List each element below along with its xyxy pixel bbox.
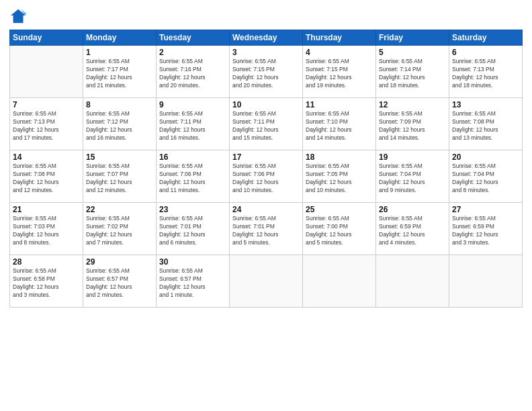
day-info: Sunrise: 6:55 AM Sunset: 7:16 PM Dayligh… bbox=[159, 58, 226, 90]
day-cell: 30Sunrise: 6:55 AM Sunset: 6:57 PM Dayli… bbox=[157, 255, 230, 308]
day-info: Sunrise: 6:55 AM Sunset: 7:13 PM Dayligh… bbox=[13, 110, 80, 142]
day-number: 25 bbox=[306, 205, 373, 214]
day-number: 3 bbox=[232, 48, 300, 57]
day-number: 19 bbox=[379, 152, 446, 162]
day-cell: 12Sunrise: 6:55 AM Sunset: 7:09 PM Dayli… bbox=[376, 98, 449, 150]
day-number: 26 bbox=[379, 205, 446, 214]
day-cell: 15Sunrise: 6:55 AM Sunset: 7:07 PM Dayli… bbox=[83, 150, 157, 203]
day-number: 13 bbox=[452, 100, 519, 109]
day-info: Sunrise: 6:55 AM Sunset: 7:04 PM Dayligh… bbox=[379, 163, 446, 195]
day-info: Sunrise: 6:55 AM Sunset: 7:04 PM Dayligh… bbox=[452, 163, 519, 195]
day-cell: 2Sunrise: 6:55 AM Sunset: 7:16 PM Daylig… bbox=[157, 46, 230, 98]
day-info: Sunrise: 6:55 AM Sunset: 6:57 PM Dayligh… bbox=[86, 267, 153, 300]
svg-marker-0 bbox=[11, 9, 26, 24]
day-cell: 6Sunrise: 6:55 AM Sunset: 7:13 PM Daylig… bbox=[449, 46, 523, 98]
day-cell: 8Sunrise: 6:55 AM Sunset: 7:12 PM Daylig… bbox=[83, 98, 157, 150]
day-info: Sunrise: 6:55 AM Sunset: 7:02 PM Dayligh… bbox=[86, 215, 153, 247]
weekday-saturday: Saturday bbox=[449, 30, 523, 46]
day-cell: 14Sunrise: 6:55 AM Sunset: 7:08 PM Dayli… bbox=[10, 150, 83, 203]
day-cell: 11Sunrise: 6:55 AM Sunset: 7:10 PM Dayli… bbox=[303, 98, 376, 150]
day-info: Sunrise: 6:55 AM Sunset: 7:05 PM Dayligh… bbox=[306, 163, 373, 195]
week-row-3: 14Sunrise: 6:55 AM Sunset: 7:08 PM Dayli… bbox=[10, 150, 523, 203]
day-number: 24 bbox=[232, 205, 300, 214]
day-info: Sunrise: 6:55 AM Sunset: 7:01 PM Dayligh… bbox=[159, 215, 226, 247]
day-number: 5 bbox=[379, 48, 446, 57]
day-cell: 19Sunrise: 6:55 AM Sunset: 7:04 PM Dayli… bbox=[376, 150, 449, 203]
day-number: 18 bbox=[306, 152, 373, 162]
day-number: 21 bbox=[13, 205, 80, 214]
day-cell bbox=[376, 255, 449, 308]
day-number: 8 bbox=[86, 100, 153, 109]
day-info: Sunrise: 6:55 AM Sunset: 7:15 PM Dayligh… bbox=[306, 58, 373, 90]
day-number: 23 bbox=[159, 205, 226, 214]
day-number: 28 bbox=[13, 257, 80, 267]
day-number: 16 bbox=[159, 152, 226, 162]
day-info: Sunrise: 6:55 AM Sunset: 7:11 PM Dayligh… bbox=[159, 110, 226, 142]
day-info: Sunrise: 6:55 AM Sunset: 7:12 PM Dayligh… bbox=[86, 110, 153, 142]
logo bbox=[9, 7, 31, 26]
day-cell: 1Sunrise: 6:55 AM Sunset: 7:17 PM Daylig… bbox=[83, 46, 157, 98]
day-number: 20 bbox=[452, 152, 519, 162]
day-info: Sunrise: 6:55 AM Sunset: 7:00 PM Dayligh… bbox=[306, 215, 373, 247]
day-number: 7 bbox=[13, 100, 80, 109]
logo-icon bbox=[9, 7, 28, 26]
day-number: 22 bbox=[86, 205, 153, 214]
weekday-wednesday: Wednesday bbox=[230, 30, 303, 46]
day-number: 29 bbox=[86, 257, 153, 267]
day-cell: 9Sunrise: 6:55 AM Sunset: 7:11 PM Daylig… bbox=[157, 98, 230, 150]
day-info: Sunrise: 6:55 AM Sunset: 6:59 PM Dayligh… bbox=[379, 215, 446, 247]
calendar-table: SundayMondayTuesdayWednesdayThursdayFrid… bbox=[9, 30, 523, 308]
day-cell: 10Sunrise: 6:55 AM Sunset: 7:11 PM Dayli… bbox=[230, 98, 303, 150]
day-cell: 18Sunrise: 6:55 AM Sunset: 7:05 PM Dayli… bbox=[303, 150, 376, 203]
day-cell: 23Sunrise: 6:55 AM Sunset: 7:01 PM Dayli… bbox=[157, 203, 230, 255]
day-cell: 13Sunrise: 6:55 AM Sunset: 7:08 PM Dayli… bbox=[449, 98, 523, 150]
day-cell: 20Sunrise: 6:55 AM Sunset: 7:04 PM Dayli… bbox=[449, 150, 523, 203]
day-number: 11 bbox=[306, 100, 373, 109]
day-cell: 29Sunrise: 6:55 AM Sunset: 6:57 PM Dayli… bbox=[83, 255, 157, 308]
day-cell: 25Sunrise: 6:55 AM Sunset: 7:00 PM Dayli… bbox=[303, 203, 376, 255]
day-number: 14 bbox=[13, 152, 80, 162]
day-number: 10 bbox=[232, 100, 300, 109]
day-info: Sunrise: 6:55 AM Sunset: 7:03 PM Dayligh… bbox=[13, 215, 80, 247]
day-cell: 7Sunrise: 6:55 AM Sunset: 7:13 PM Daylig… bbox=[10, 98, 83, 150]
day-cell: 4Sunrise: 6:55 AM Sunset: 7:15 PM Daylig… bbox=[303, 46, 376, 98]
day-cell: 28Sunrise: 6:55 AM Sunset: 6:58 PM Dayli… bbox=[10, 255, 83, 308]
day-info: Sunrise: 6:55 AM Sunset: 6:58 PM Dayligh… bbox=[13, 267, 80, 300]
day-cell: 17Sunrise: 6:55 AM Sunset: 7:06 PM Dayli… bbox=[230, 150, 303, 203]
day-info: Sunrise: 6:55 AM Sunset: 7:09 PM Dayligh… bbox=[379, 110, 446, 142]
day-info: Sunrise: 6:55 AM Sunset: 7:10 PM Dayligh… bbox=[306, 110, 373, 142]
day-info: Sunrise: 6:55 AM Sunset: 7:15 PM Dayligh… bbox=[232, 58, 300, 90]
day-info: Sunrise: 6:55 AM Sunset: 7:06 PM Dayligh… bbox=[159, 163, 226, 195]
weekday-monday: Monday bbox=[83, 30, 157, 46]
day-info: Sunrise: 6:55 AM Sunset: 7:07 PM Dayligh… bbox=[86, 163, 153, 195]
header bbox=[9, 7, 523, 26]
day-info: Sunrise: 6:55 AM Sunset: 6:57 PM Dayligh… bbox=[159, 267, 226, 300]
day-number: 1 bbox=[86, 48, 153, 57]
day-number: 6 bbox=[452, 48, 519, 57]
weekday-sunday: Sunday bbox=[10, 30, 83, 46]
day-cell bbox=[449, 255, 523, 308]
week-row-2: 7Sunrise: 6:55 AM Sunset: 7:13 PM Daylig… bbox=[10, 98, 523, 150]
day-info: Sunrise: 6:55 AM Sunset: 7:11 PM Dayligh… bbox=[232, 110, 300, 142]
day-cell bbox=[230, 255, 303, 308]
weekday-tuesday: Tuesday bbox=[157, 30, 230, 46]
day-cell bbox=[10, 46, 83, 98]
day-number: 30 bbox=[159, 257, 226, 267]
day-info: Sunrise: 6:55 AM Sunset: 7:14 PM Dayligh… bbox=[379, 58, 446, 90]
day-info: Sunrise: 6:55 AM Sunset: 7:06 PM Dayligh… bbox=[232, 163, 300, 195]
day-info: Sunrise: 6:55 AM Sunset: 7:08 PM Dayligh… bbox=[452, 110, 519, 142]
day-number: 4 bbox=[306, 48, 373, 57]
weekday-friday: Friday bbox=[376, 30, 449, 46]
day-number: 27 bbox=[452, 205, 519, 214]
day-number: 9 bbox=[159, 100, 226, 109]
day-info: Sunrise: 6:55 AM Sunset: 6:59 PM Dayligh… bbox=[452, 215, 519, 247]
day-cell: 22Sunrise: 6:55 AM Sunset: 7:02 PM Dayli… bbox=[83, 203, 157, 255]
day-cell: 16Sunrise: 6:55 AM Sunset: 7:06 PM Dayli… bbox=[157, 150, 230, 203]
day-info: Sunrise: 6:55 AM Sunset: 7:13 PM Dayligh… bbox=[452, 58, 519, 90]
day-number: 15 bbox=[86, 152, 153, 162]
page: SundayMondayTuesdayWednesdayThursdayFrid… bbox=[0, 0, 532, 411]
day-info: Sunrise: 6:55 AM Sunset: 7:08 PM Dayligh… bbox=[13, 163, 80, 195]
day-cell: 3Sunrise: 6:55 AM Sunset: 7:15 PM Daylig… bbox=[230, 46, 303, 98]
day-info: Sunrise: 6:55 AM Sunset: 7:01 PM Dayligh… bbox=[232, 215, 300, 247]
week-row-4: 21Sunrise: 6:55 AM Sunset: 7:03 PM Dayli… bbox=[10, 203, 523, 255]
